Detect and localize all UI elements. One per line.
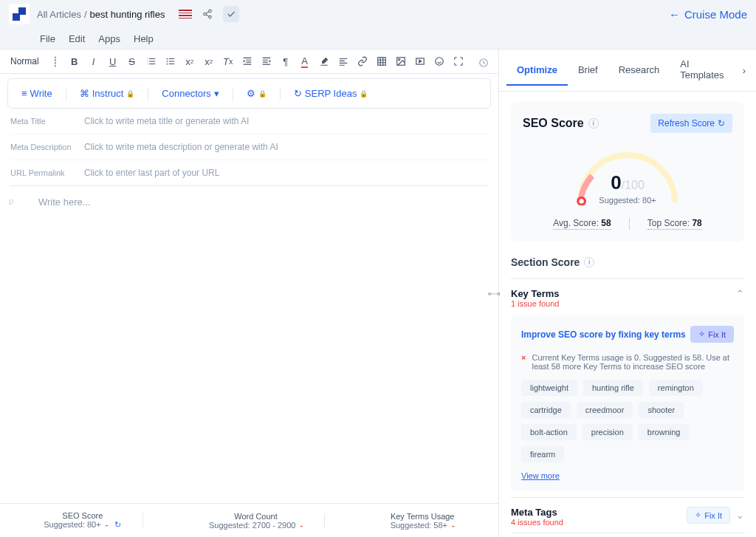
- fixit-meta-button[interactable]: ✧Fix It: [687, 507, 730, 524]
- write-button[interactable]: ≡Write: [16, 85, 58, 102]
- settings-button[interactable]: ⚙🔒: [241, 85, 272, 102]
- sup-icon[interactable]: x2: [202, 54, 216, 69]
- lock-icon: 🔒: [360, 90, 368, 98]
- text-color-icon[interactable]: A: [298, 54, 312, 69]
- avg-score: Avg. Score: 58: [553, 218, 611, 230]
- meta-desc-input[interactable]: Click to write meta description or gener…: [84, 142, 488, 152]
- svg-point-1: [203, 13, 206, 16]
- info-icon[interactable]: i: [588, 118, 599, 129]
- ol-icon[interactable]: [144, 54, 159, 69]
- improve-hint: Improve SEO score by fixing key terms: [521, 329, 686, 340]
- bold-icon[interactable]: B: [67, 54, 82, 69]
- gear-icon: ⚙: [247, 88, 255, 99]
- svg-point-8: [398, 59, 399, 61]
- chip[interactable]: remington: [649, 380, 703, 396]
- key-terms-chips: lightweight hunting rifle remington cart…: [521, 380, 734, 462]
- align-icon[interactable]: [336, 54, 351, 69]
- accordion-meta-tags: Meta Tags 4 issues found ✧Fix It ⌄: [511, 497, 744, 533]
- seo-score-card: SEO Scorei Refresh Score↻ 0/100 Suggeste…: [511, 102, 744, 242]
- refresh-score-button[interactable]: Refresh Score↻: [650, 114, 732, 133]
- view-more-link[interactable]: View more: [521, 471, 560, 480]
- menu-edit[interactable]: Edit: [69, 33, 85, 44]
- paragraph-tag: p: [9, 196, 13, 205]
- breadcrumb-root[interactable]: All Articles: [37, 9, 81, 20]
- seo-score-sub: Suggested: 80+: [44, 520, 100, 529]
- menu-help[interactable]: Help: [134, 33, 154, 44]
- tabs-more-icon[interactable]: ›: [740, 62, 749, 79]
- table-icon[interactable]: [374, 54, 389, 69]
- refresh-icon[interactable]: ↻: [112, 520, 121, 529]
- chip[interactable]: browning: [639, 424, 690, 440]
- clear-format-icon[interactable]: Tx: [221, 54, 236, 69]
- meta-title-input[interactable]: Click to write meta title or generate wi…: [84, 116, 488, 126]
- svg-point-2: [208, 16, 211, 18]
- fixit-key-terms-button[interactable]: ✧Fix It: [690, 326, 734, 343]
- tab-research[interactable]: Research: [608, 55, 670, 86]
- style-select[interactable]: Normal: [6, 55, 44, 68]
- video-icon[interactable]: [413, 54, 427, 69]
- gauge-score: 0: [611, 171, 621, 194]
- chevron-up-icon[interactable]: ⌃: [736, 288, 744, 299]
- section-score-title: Section Score: [511, 256, 580, 268]
- instruct-icon: ⌘: [80, 88, 89, 99]
- url-input[interactable]: Click to enter last part of your URL: [84, 168, 488, 178]
- word-count-label: Word Count: [209, 512, 303, 521]
- image-icon[interactable]: [394, 54, 408, 69]
- share-icon[interactable]: [199, 6, 216, 22]
- link-icon[interactable]: [355, 54, 370, 69]
- chip[interactable]: firearm: [521, 446, 564, 462]
- history-icon[interactable]: [476, 55, 491, 70]
- breadcrumb-current: best hunting rifles: [90, 9, 165, 20]
- meta-title-label: Meta Title: [10, 117, 84, 126]
- italic-icon[interactable]: I: [86, 54, 101, 69]
- highlight-icon[interactable]: [317, 54, 331, 69]
- seo-gauge: 0/100 Suggested: 80+: [523, 146, 732, 205]
- instruct-button[interactable]: ⌘Instruct🔒: [74, 85, 141, 102]
- accordion-url: URL 2 issues found ✧Fix It ⌄: [511, 533, 744, 537]
- key-terms-value: -: [452, 521, 455, 530]
- meta-tags-title: Meta Tags: [511, 507, 563, 518]
- chip[interactable]: cartridge: [521, 402, 571, 418]
- expand-icon[interactable]: [451, 54, 466, 69]
- chip[interactable]: precision: [583, 424, 633, 440]
- url-label: URL Permalink: [10, 168, 84, 177]
- emoji-icon[interactable]: [432, 54, 447, 69]
- strike-icon[interactable]: S: [125, 54, 140, 69]
- wand-icon: ✧: [698, 329, 705, 339]
- split-handle[interactable]: ⇤⇥: [488, 290, 500, 298]
- chevron-down-icon: ▾: [214, 88, 219, 99]
- chip[interactable]: lightweight: [521, 380, 577, 396]
- indent-right-icon[interactable]: [259, 54, 274, 69]
- indent-left-icon[interactable]: [240, 54, 255, 69]
- chip[interactable]: creedmoor: [577, 402, 633, 418]
- editor-body[interactable]: p Write here...: [0, 186, 498, 503]
- tab-ai-templates[interactable]: AI Templates: [670, 49, 739, 91]
- tab-brief[interactable]: Brief: [568, 55, 608, 86]
- tab-optimize[interactable]: Optimize: [506, 55, 568, 86]
- chip[interactable]: shooter: [639, 402, 684, 418]
- check-icon[interactable]: [223, 6, 239, 22]
- underline-icon[interactable]: U: [106, 54, 120, 69]
- breadcrumb-sep: /: [84, 9, 87, 20]
- pilcrow-icon[interactable]: ¶: [278, 54, 293, 69]
- flag-us-icon[interactable]: [179, 10, 192, 18]
- connectors-button[interactable]: Connectors ▾: [156, 85, 224, 102]
- serp-ideas-button[interactable]: ↻SERP Ideas🔒: [288, 85, 374, 102]
- ul-icon[interactable]: [163, 54, 178, 69]
- ai-toolbar: ≡Write ⌘Instruct🔒 Connectors ▾ ⚙🔒 ↻SERP …: [8, 79, 490, 108]
- menu-apps[interactable]: Apps: [98, 33, 120, 44]
- editor-placeholder: Write here...: [38, 196, 488, 208]
- svg-point-0: [208, 10, 211, 12]
- sub-icon[interactable]: x2: [182, 54, 197, 69]
- chevron-down-icon[interactable]: ⌄: [736, 510, 744, 521]
- chip[interactable]: hunting rifle: [583, 380, 643, 396]
- lock-icon: 🔒: [126, 90, 134, 98]
- meta-tags-issues: 4 issues found: [511, 518, 563, 527]
- info-icon[interactable]: i: [584, 257, 594, 267]
- cruise-mode-button[interactable]: ← Cruise Mode: [669, 8, 747, 21]
- menu-file[interactable]: File: [40, 33, 55, 44]
- app-logo[interactable]: [9, 4, 30, 24]
- chip[interactable]: bolt-action: [521, 424, 577, 440]
- close-icon[interactable]: ×: [521, 353, 526, 371]
- svg-point-5: [166, 64, 168, 65]
